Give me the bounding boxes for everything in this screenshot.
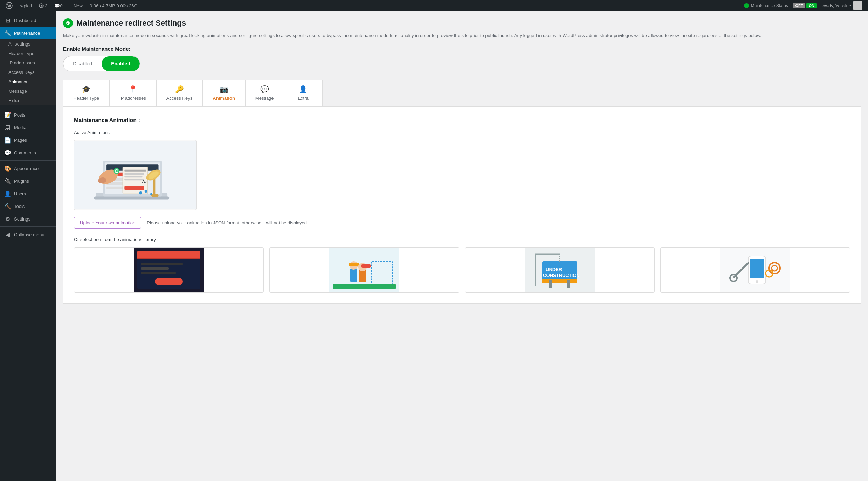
sidebar-item-label: Pages bbox=[14, 138, 27, 143]
plugins-icon: 🔌 bbox=[4, 177, 11, 184]
active-animation-label: Active Animation : bbox=[74, 130, 850, 135]
submenu-ip-addresses[interactable]: IP addresses bbox=[0, 58, 56, 68]
svg-point-65 bbox=[756, 280, 758, 283]
sidebar-item-dashboard[interactable]: ⊞ Dashboard bbox=[0, 14, 56, 27]
tab-extra[interactable]: 👤 Extra bbox=[284, 80, 323, 106]
svg-rect-37 bbox=[137, 251, 200, 259]
tab-label: Header Type bbox=[73, 96, 99, 101]
avatar bbox=[853, 1, 862, 10]
svg-point-29 bbox=[139, 191, 142, 194]
upload-hint: Please upload your animation in JSON for… bbox=[147, 220, 307, 225]
sidebar-collapse[interactable]: ◀ Collapse menu bbox=[0, 228, 56, 241]
tab-label: Access Keys bbox=[166, 96, 192, 101]
svg-rect-18 bbox=[124, 173, 144, 175]
access-keys-tab-icon: 🔑 bbox=[175, 85, 184, 93]
appearance-icon: 🎨 bbox=[4, 165, 11, 172]
dashboard-icon: ⊞ bbox=[4, 17, 11, 24]
tab-ip-addresses[interactable]: 📍 IP addresses bbox=[109, 80, 156, 106]
svg-rect-21 bbox=[124, 186, 144, 190]
tools-icon: 🔨 bbox=[4, 203, 11, 210]
library-item-2[interactable] bbox=[269, 247, 459, 293]
animation-panel: Maintenance Animation : Active Animation… bbox=[63, 107, 861, 304]
preview-svg: Aa bbox=[74, 140, 196, 210]
library-item-1[interactable] bbox=[74, 247, 264, 293]
svg-rect-46 bbox=[349, 263, 359, 266]
upload-animation-button[interactable]: Upload Your own animation bbox=[74, 217, 141, 229]
svg-rect-40 bbox=[141, 267, 169, 270]
animation-preview: Aa bbox=[74, 140, 197, 210]
site-name[interactable]: wploti bbox=[17, 0, 35, 11]
updates-count[interactable]: ↻ 3 bbox=[35, 0, 51, 11]
submenu-header-type[interactable]: Header Type bbox=[0, 49, 56, 58]
svg-rect-51 bbox=[333, 284, 396, 289]
sidebar-item-settings[interactable]: ⚙ Settings bbox=[0, 212, 56, 225]
sidebar-item-label: Media bbox=[14, 125, 26, 130]
submenu-message[interactable]: Message bbox=[0, 86, 56, 96]
sidebar-item-label: Dashboard bbox=[14, 18, 36, 23]
wp-logo[interactable]: W bbox=[3, 2, 15, 9]
svg-rect-39 bbox=[141, 263, 183, 265]
library-label: Or select one from the animations librar… bbox=[74, 237, 850, 242]
svg-rect-38 bbox=[137, 258, 200, 259]
maintenance-submenu: All settings Header Type IP addresses Ac… bbox=[0, 39, 56, 105]
sidebar-item-plugins[interactable]: 🔌 Plugins bbox=[0, 175, 56, 187]
sidebar-item-comments[interactable]: 💬 Comments bbox=[0, 146, 56, 159]
sidebar-item-maintenance[interactable]: 🔧 Maintenance bbox=[0, 27, 56, 39]
mode-toggle[interactable]: Disabled Enabled bbox=[63, 56, 140, 71]
sidebar-item-label: Tools bbox=[14, 204, 25, 209]
library-item-4[interactable] bbox=[660, 247, 850, 293]
howdy-menu[interactable]: Howdy, Yassine bbox=[817, 1, 865, 10]
sidebar-item-pages[interactable]: 📄 Pages bbox=[0, 134, 56, 146]
svg-point-30 bbox=[145, 190, 147, 193]
sidebar-item-users[interactable]: 👤 Users bbox=[0, 187, 56, 200]
message-tab-icon: 💬 bbox=[260, 85, 269, 93]
animation-tab-icon: 📷 bbox=[220, 85, 228, 93]
maintenance-icon: 🔧 bbox=[4, 29, 11, 36]
settings-icon: ⚙ bbox=[4, 215, 11, 222]
sidebar-item-posts[interactable]: 📝 Posts bbox=[0, 109, 56, 121]
svg-rect-47 bbox=[359, 270, 366, 282]
enabled-button[interactable]: Enabled bbox=[102, 56, 140, 71]
submenu-all-settings[interactable]: All settings bbox=[0, 39, 56, 49]
media-icon: 🖼 bbox=[4, 124, 11, 131]
toggle-off-label[interactable]: OFF bbox=[793, 3, 805, 8]
sidebar-item-tools[interactable]: 🔨 Tools bbox=[0, 200, 56, 212]
submenu-animation[interactable]: Animation bbox=[0, 77, 56, 86]
submenu-access-keys[interactable]: Access Keys bbox=[0, 68, 56, 77]
status-dot bbox=[744, 3, 749, 8]
svg-rect-56 bbox=[542, 279, 577, 283]
animation-library-grid: UNDER CONSTRUCTION bbox=[74, 247, 850, 293]
sidebar-item-label: Plugins bbox=[14, 179, 29, 184]
header-type-tab-icon: 🎓 bbox=[82, 85, 91, 93]
ip-addresses-tab-icon: 📍 bbox=[129, 85, 137, 93]
toggle-on-label[interactable]: ON bbox=[806, 3, 817, 8]
library-item-3[interactable]: UNDER CONSTRUCTION bbox=[465, 247, 655, 293]
sidebar-item-media[interactable]: 🖼 Media bbox=[0, 121, 56, 134]
tab-message[interactable]: 💬 Message bbox=[245, 80, 284, 106]
maintenance-status-circle: ● bbox=[63, 18, 73, 28]
extra-tab-icon: 👤 bbox=[299, 85, 308, 93]
tab-access-keys[interactable]: 🔑 Access Keys bbox=[156, 80, 202, 106]
tab-label: IP addresses bbox=[119, 96, 146, 101]
tab-label: Message bbox=[255, 96, 274, 101]
upload-row: Upload Your own animation Please upload … bbox=[74, 217, 850, 229]
sidebar-item-label: Appearance bbox=[14, 166, 39, 171]
comments-count[interactable]: 💬 0 bbox=[51, 0, 66, 11]
sidebar-item-label: Posts bbox=[14, 112, 26, 118]
svg-rect-41 bbox=[141, 272, 176, 274]
svg-rect-57 bbox=[549, 280, 552, 288]
svg-rect-8 bbox=[94, 196, 169, 199]
svg-text:CONSTRUCTION: CONSTRUCTION bbox=[543, 273, 580, 278]
svg-rect-20 bbox=[124, 179, 144, 180]
sidebar-item-appearance[interactable]: 🎨 Appearance bbox=[0, 162, 56, 175]
disabled-button[interactable]: Disabled bbox=[63, 56, 102, 71]
sidebar-item-label: Users bbox=[14, 191, 26, 196]
new-content[interactable]: + New bbox=[66, 0, 86, 11]
svg-rect-42 bbox=[155, 278, 183, 285]
svg-rect-58 bbox=[567, 280, 570, 288]
page-description: Make your website in maintenance mode in… bbox=[63, 32, 861, 40]
submenu-extra[interactable]: Extra bbox=[0, 96, 56, 105]
tab-animation[interactable]: 📷 Animation bbox=[202, 80, 245, 106]
tab-header-type[interactable]: 🎓 Header Type bbox=[63, 80, 109, 106]
page-header: ● Maintenance redirect Settings bbox=[63, 18, 861, 28]
